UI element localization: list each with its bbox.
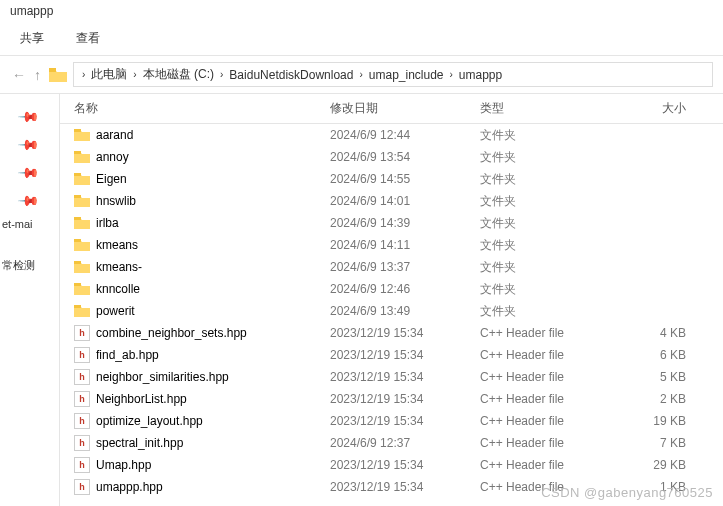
file-size: 5 KB [626, 370, 706, 384]
file-name: annoy [96, 150, 129, 164]
table-row[interactable]: hUmap.hpp2023/12/19 15:34C++ Header file… [60, 454, 723, 476]
file-size: 7 KB [626, 436, 706, 450]
nav-back-icon[interactable]: ← [10, 67, 28, 83]
svg-rect-4 [74, 195, 81, 198]
svg-rect-9 [74, 305, 81, 308]
file-date: 2023/12/19 15:34 [330, 392, 480, 406]
hpp-file-icon: h [74, 435, 90, 451]
header-date[interactable]: 修改日期 [330, 100, 480, 117]
folder-icon [74, 303, 90, 319]
file-size: 19 KB [626, 414, 706, 428]
file-size: 1 KB [626, 480, 706, 494]
file-type: 文件夹 [480, 303, 626, 320]
file-name: combine_neighbor_sets.hpp [96, 326, 247, 340]
table-row[interactable]: hneighbor_similarities.hpp2023/12/19 15:… [60, 366, 723, 388]
breadcrumb-item[interactable]: umappp [459, 68, 502, 82]
nav-up-icon[interactable]: ↑ [32, 67, 43, 83]
file-date: 2024/6/9 14:11 [330, 238, 480, 252]
file-type: 文件夹 [480, 127, 626, 144]
table-row[interactable]: irlba2024/6/9 14:39文件夹 [60, 212, 723, 234]
hpp-file-icon: h [74, 369, 90, 385]
file-date: 2024/6/9 13:37 [330, 260, 480, 274]
file-date: 2024/6/9 13:54 [330, 150, 480, 164]
file-name: spectral_init.hpp [96, 436, 183, 450]
table-row[interactable]: annoy2024/6/9 13:54文件夹 [60, 146, 723, 168]
file-date: 2023/12/19 15:34 [330, 458, 480, 472]
table-row[interactable]: hoptimize_layout.hpp2023/12/19 15:34C++ … [60, 410, 723, 432]
file-date: 2023/12/19 15:34 [330, 348, 480, 362]
file-date: 2024/6/9 14:01 [330, 194, 480, 208]
file-type: 文件夹 [480, 149, 626, 166]
table-row[interactable]: Eigen2024/6/9 14:55文件夹 [60, 168, 723, 190]
folder-icon [74, 193, 90, 209]
file-name: optimize_layout.hpp [96, 414, 203, 428]
breadcrumb-item[interactable]: umap_include [369, 68, 444, 82]
hpp-file-icon: h [74, 413, 90, 429]
svg-rect-0 [49, 68, 56, 72]
file-name: powerit [96, 304, 135, 318]
hpp-file-icon: h [74, 325, 90, 341]
column-headers: 名称 修改日期 类型 大小 [60, 94, 723, 124]
file-list: 名称 修改日期 类型 大小 aarand2024/6/9 12:44文件夹ann… [60, 94, 723, 506]
ribbon-tabs: 共享 查看 [0, 22, 723, 56]
breadcrumb-item[interactable]: 本地磁盘 (C:) [143, 66, 214, 83]
file-type: 文件夹 [480, 171, 626, 188]
table-row[interactable]: powerit2024/6/9 13:49文件夹 [60, 300, 723, 322]
sidebar-item[interactable]: 常检测 [0, 254, 59, 277]
file-type: 文件夹 [480, 281, 626, 298]
table-row[interactable]: kmeans2024/6/9 14:11文件夹 [60, 234, 723, 256]
file-date: 2024/6/9 12:37 [330, 436, 480, 450]
header-size[interactable]: 大小 [626, 100, 706, 117]
svg-rect-2 [74, 151, 81, 154]
file-size: 6 KB [626, 348, 706, 362]
svg-rect-7 [74, 261, 81, 264]
file-name: find_ab.hpp [96, 348, 159, 362]
chevron-right-icon: › [448, 69, 455, 80]
file-type: 文件夹 [480, 259, 626, 276]
hpp-file-icon: h [74, 479, 90, 495]
file-type: C++ Header file [480, 480, 626, 494]
breadcrumb-item[interactable]: BaiduNetdiskDownload [229, 68, 353, 82]
file-type: 文件夹 [480, 193, 626, 210]
tab-share[interactable]: 共享 [16, 28, 48, 49]
file-name: hnswlib [96, 194, 136, 208]
table-row[interactable]: hNeighborList.hpp2023/12/19 15:34C++ Hea… [60, 388, 723, 410]
file-name: Eigen [96, 172, 127, 186]
table-row[interactable]: knncolle2024/6/9 12:46文件夹 [60, 278, 723, 300]
file-type: C++ Header file [480, 436, 626, 450]
tab-view[interactable]: 查看 [72, 28, 104, 49]
folder-icon [74, 171, 90, 187]
folder-icon [74, 259, 90, 275]
file-name: Umap.hpp [96, 458, 151, 472]
file-name: kmeans [96, 238, 138, 252]
address-bar: ← ↑ › 此电脑 › 本地磁盘 (C:) › BaiduNetdiskDown… [0, 56, 723, 94]
folder-icon [74, 237, 90, 253]
folder-icon [74, 215, 90, 231]
breadcrumb-item[interactable]: 此电脑 [91, 66, 127, 83]
table-row[interactable]: aarand2024/6/9 12:44文件夹 [60, 124, 723, 146]
file-date: 2024/6/9 14:55 [330, 172, 480, 186]
file-type: 文件夹 [480, 237, 626, 254]
folder-icon [74, 127, 90, 143]
file-name: neighbor_similarities.hpp [96, 370, 229, 384]
file-size: 29 KB [626, 458, 706, 472]
folder-icon [74, 281, 90, 297]
table-row[interactable]: hspectral_init.hpp2024/6/9 12:37C++ Head… [60, 432, 723, 454]
breadcrumb[interactable]: › 此电脑 › 本地磁盘 (C:) › BaiduNetdiskDownload… [73, 62, 713, 87]
table-row[interactable]: hfind_ab.hpp2023/12/19 15:34C++ Header f… [60, 344, 723, 366]
file-date: 2023/12/19 15:34 [330, 370, 480, 384]
file-type: C++ Header file [480, 392, 626, 406]
svg-rect-3 [74, 173, 81, 176]
svg-rect-8 [74, 283, 81, 286]
file-size: 4 KB [626, 326, 706, 340]
table-row[interactable]: humappp.hpp2023/12/19 15:34C++ Header fi… [60, 476, 723, 498]
header-type[interactable]: 类型 [480, 100, 626, 117]
sidebar: 📌 📌 📌 📌 et-mai 常检测 [0, 94, 60, 506]
header-name[interactable]: 名称 [74, 100, 330, 117]
table-row[interactable]: hcombine_neighbor_sets.hpp2023/12/19 15:… [60, 322, 723, 344]
file-type: C++ Header file [480, 348, 626, 362]
table-row[interactable]: kmeans-2024/6/9 13:37文件夹 [60, 256, 723, 278]
table-row[interactable]: hnswlib2024/6/9 14:01文件夹 [60, 190, 723, 212]
nav-controls: ← ↑ [10, 67, 43, 83]
chevron-right-icon: › [357, 69, 364, 80]
